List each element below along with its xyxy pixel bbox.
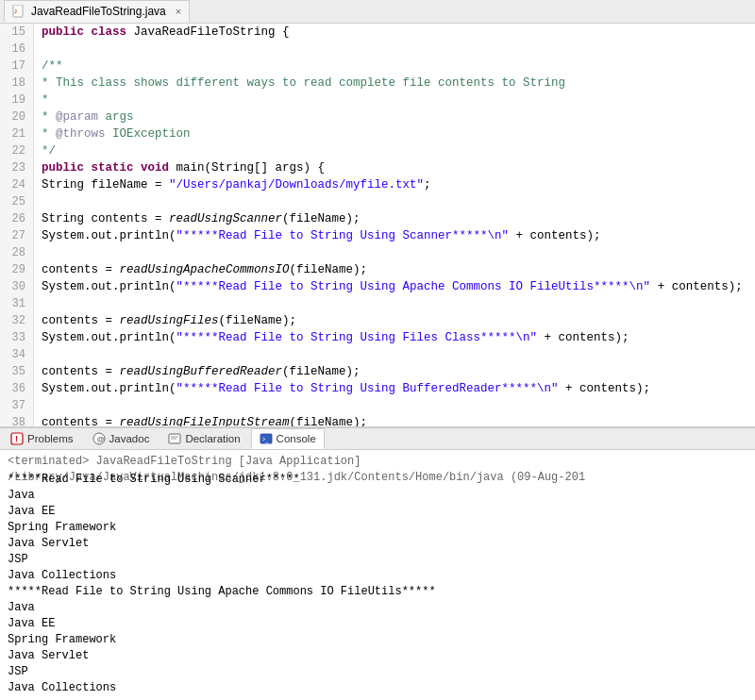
code-line [42,346,755,363]
token-method: readUsingFiles [120,314,219,327]
console-line: JSP [8,664,747,680]
line-number: 37 [4,397,25,414]
code-line: contents = readUsingBufferedReader(fileN… [42,363,755,380]
console-lines: *****Read File to String Using Scanner**… [8,472,747,696]
main-window: J JavaReadFileToString.java × 1516171819… [0,0,755,700]
line-number: 32 [4,312,25,329]
line-number: 19 [4,92,25,108]
editor-tab[interactable]: J JavaReadFileToString.java × [4,0,190,23]
line-number: 24 [4,176,25,193]
svg-text:>_: >_ [261,436,269,443]
token-plain: + contents); [559,382,651,395]
warning-icon: ! [10,432,24,445]
java-file-icon: J [12,5,25,18]
code-line: * @throws IOException [42,125,755,142]
token-str: "/Users/pankaj/Downloads/myfile.txt" [169,178,424,192]
svg-text:!: ! [15,434,18,443]
token-plain: System.out.println( [42,382,176,395]
code-line: * @param args [42,108,755,125]
declaration-icon [168,432,181,445]
console-line: Java [8,488,747,504]
token-str: "*****Read File to String Using Buffered… [176,382,559,395]
line-number: 26 [4,210,25,227]
bottom-tabs: !Problems@JavadocDeclaration>_Console [0,427,755,450]
token-kw: public static void [42,161,176,175]
line-number: 22 [4,142,25,159]
tab-filename: JavaReadFileToString.java [31,5,166,18]
btab-label-console: Console [277,433,316,444]
console-line: *****Read File to String Using Apache Co… [8,584,747,600]
line-number: 18 [4,75,25,92]
token-method: readUsingBufferedReader [120,365,283,378]
line-number: 27 [4,227,25,244]
line-number: 38 [4,414,25,427]
token-str: "*****Read File to String Using Apache C… [176,280,651,293]
token-plain: (fileName); [290,263,368,276]
code-content[interactable]: public class JavaReadFileToString { /** … [34,24,755,426]
token-method: readUsingApacheCommonsIO [120,263,290,276]
token-plain: (fileName); [219,314,297,327]
code-editor: 1516171819202122232425262728293031323334… [0,24,755,427]
line-number: 25 [4,193,25,210]
console-line: JSP [8,552,747,568]
console-terminated-line: <terminated> JavaReadFileToString [Java … [8,454,747,470]
svg-text:@: @ [96,435,104,443]
console-line: Java [8,600,747,616]
line-number: 35 [4,363,25,380]
code-line [42,244,755,261]
line-number: 23 [4,159,25,176]
tab-bar: J JavaReadFileToString.java × [0,0,755,24]
btab-javadoc[interactable]: @Javadoc [84,428,159,449]
line-number: 30 [4,278,25,295]
token-plain: contents = [42,314,120,327]
console-line: Spring Framework [8,520,747,536]
code-line [42,295,755,312]
token-method: readUsingFileInputStream [120,416,290,426]
console-line: Java EE [8,616,747,632]
code-line [42,41,755,58]
console-line: Java EE [8,504,747,520]
line-number: 20 [4,108,25,125]
console-output: <terminated> JavaReadFileToString [Java … [0,450,755,700]
token-plain: System.out.println( [42,331,176,344]
bottom-panel: !Problems@JavadocDeclaration>_Console <t… [0,427,755,700]
token-plain: + contents); [650,280,743,293]
line-number: 31 [4,295,25,312]
code-line: System.out.println("*****Read File to St… [42,278,755,295]
tab-close-button[interactable]: × [176,6,181,17]
line-number: 17 [4,58,25,75]
token-method: readUsingScanner [169,212,282,225]
token-cm: * [42,110,56,124]
token-plain: contents = [42,416,120,426]
token-str: "*****Read File to String Using Files Cl… [176,331,538,344]
btab-console[interactable]: >_Console [251,428,325,449]
line-number: 28 [4,244,25,261]
btab-label-javadoc: Javadoc [109,433,150,444]
token-str: "*****Read File to String Using Scanner*… [176,229,510,242]
token-cm: * [42,93,49,107]
code-line: */ [42,142,755,159]
token-cm: args [98,110,134,124]
code-line: contents = readUsingFileInputStream(file… [42,414,755,426]
console-icon: >_ [260,432,273,445]
token-cm-tag: @throws [56,127,106,141]
code-line: System.out.println("*****Read File to St… [42,380,755,397]
line-number: 34 [4,346,25,363]
code-line: /** [42,58,755,75]
token-plain: + contents); [509,229,601,242]
console-line: Java Collections [8,680,747,696]
console-line: Java Servlet [8,648,747,664]
token-cm: */ [42,144,56,158]
console-line: Java Servlet [8,536,747,552]
line-number: 16 [4,41,25,58]
line-number: 21 [4,125,25,142]
code-line: contents = readUsingApacheCommonsIO(file… [42,261,755,278]
code-line [42,193,755,210]
token-plain: contents = [42,365,120,378]
line-numbers: 1516171819202122232425262728293031323334… [0,24,34,426]
btab-problems[interactable]: !Problems [2,428,82,449]
token-plain: (fileName); [282,212,361,225]
code-line: System.out.println("*****Read File to St… [42,227,755,244]
code-line: System.out.println("*****Read File to St… [42,329,755,346]
btab-declaration[interactable]: Declaration [159,428,248,449]
